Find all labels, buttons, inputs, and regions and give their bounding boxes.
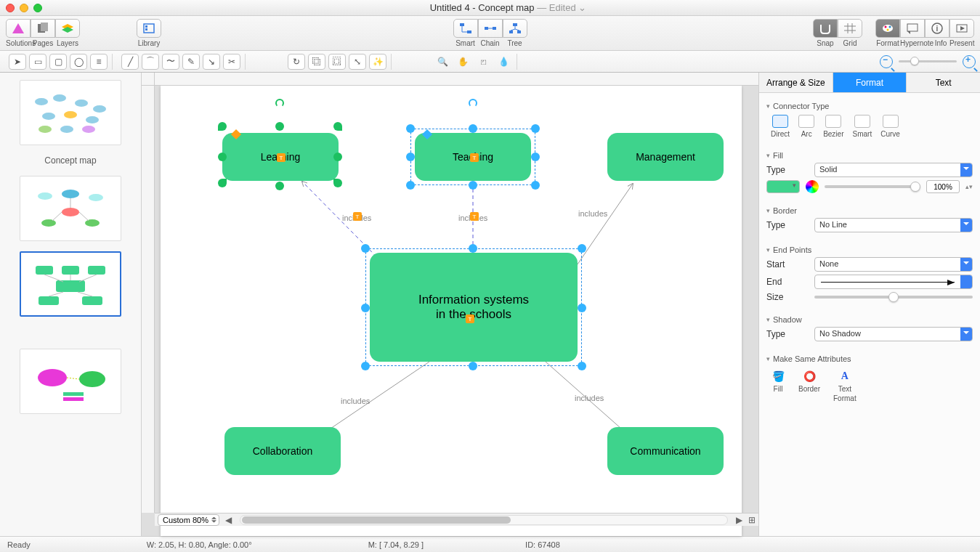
title-dropdown-icon[interactable]: ⌄ (578, 2, 586, 13)
hscroll-track[interactable] (240, 515, 728, 525)
select-tool[interactable]: ➤ (9, 54, 26, 70)
border-type-dropdown[interactable]: No Line (814, 218, 973, 232)
snap-button[interactable] (813, 19, 838, 38)
page-thumb-3[interactable] (20, 251, 121, 317)
resize-handle[interactable] (218, 122, 227, 131)
resize-handle[interactable] (333, 122, 342, 131)
page-thumb-4[interactable] (20, 349, 121, 414)
resize-handle[interactable] (469, 181, 477, 190)
attr-border[interactable]: ⭕Border (798, 369, 820, 402)
canvas-viewport[interactable]: includes T includes T includes includes … (155, 86, 758, 513)
conn-direct[interactable]: Direct (771, 115, 790, 138)
node-management[interactable]: Management (607, 133, 724, 181)
conn-smart[interactable]: Smart (852, 115, 872, 138)
hscroll-thumb[interactable] (242, 516, 511, 524)
resize-handle[interactable] (275, 122, 284, 131)
ruler-horizontal[interactable] (155, 73, 758, 86)
crop-tool[interactable]: ✂ (223, 54, 240, 70)
page-surface[interactable]: includes T includes T includes includes … (161, 86, 742, 536)
eyedropper-tool-icon[interactable]: 💧 (495, 54, 512, 70)
smart-button[interactable] (453, 19, 478, 38)
page-thumb-1[interactable] (20, 80, 121, 145)
text-anchor-icon[interactable]: T (470, 153, 479, 162)
resize-handle[interactable] (361, 362, 370, 370)
magic-tool[interactable]: ✨ (369, 54, 386, 70)
resize-handle[interactable] (578, 304, 586, 312)
page-options-icon[interactable]: ⊞ (745, 514, 758, 526)
zoom-combo[interactable]: Custom 80% (158, 514, 219, 526)
rect-tool[interactable]: ▢ (49, 54, 67, 70)
opacity-slider[interactable] (825, 185, 920, 188)
grid-button[interactable] (838, 19, 862, 38)
text-tool[interactable]: ≡ (90, 54, 108, 70)
spline-tool[interactable]: 〜 (162, 54, 179, 70)
resize-handle[interactable] (333, 179, 342, 187)
resize-handle[interactable] (406, 124, 415, 133)
zoom-in-icon[interactable]: + (963, 55, 976, 68)
resize-handle[interactable] (469, 362, 477, 370)
zoom-slider[interactable] (899, 60, 957, 62)
start-dropdown[interactable]: None (814, 257, 973, 272)
stamp-tool-icon[interactable]: ⏍ (474, 54, 492, 70)
present-button[interactable] (949, 19, 974, 38)
resize-handle[interactable] (406, 181, 415, 190)
group-tool[interactable]: ⿻ (308, 54, 325, 70)
pan-tool-icon[interactable]: ✋ (454, 54, 471, 70)
section-header[interactable]: Make Same Attributes (766, 354, 973, 363)
tab-arrange[interactable]: Arrange & Size (759, 73, 833, 92)
info-button[interactable]: i (925, 19, 949, 38)
line-tool[interactable]: ╱ (121, 54, 139, 70)
section-header[interactable]: Shadow (766, 315, 973, 324)
resize-handle[interactable] (275, 182, 284, 190)
resize-handle[interactable] (578, 244, 586, 253)
text-anchor-icon[interactable]: T (466, 314, 474, 323)
resize-handle[interactable] (578, 362, 586, 370)
library-button[interactable] (137, 19, 161, 38)
edge-anchor-icon[interactable]: T (470, 212, 479, 221)
shadow-type-dropdown[interactable]: No Shadow (814, 327, 973, 341)
next-page-icon[interactable]: ▶ (732, 514, 745, 526)
text-anchor-icon[interactable]: T (277, 153, 286, 162)
resize-handle[interactable] (531, 153, 540, 161)
arc-tool[interactable]: ⌒ (142, 54, 159, 70)
resize-handle[interactable] (333, 153, 342, 161)
tree-button[interactable] (503, 19, 527, 38)
section-header[interactable]: Fill (766, 151, 973, 160)
zoom-out-icon[interactable]: − (880, 55, 893, 68)
prev-page-icon[interactable]: ◀ (222, 514, 235, 526)
fill-type-dropdown[interactable]: Solid (814, 163, 973, 177)
node-collab[interactable]: Collaboration (224, 427, 341, 475)
edge-anchor-icon[interactable]: T (353, 212, 362, 221)
resize-handle[interactable] (361, 244, 370, 253)
chain-button[interactable] (478, 19, 503, 38)
hypernote-button[interactable] (900, 19, 925, 38)
conn-bezier[interactable]: Bezier (823, 115, 843, 138)
resize-handle[interactable] (218, 179, 227, 187)
attr-text-format[interactable]: ATextFormat (833, 369, 857, 402)
color-wheel-icon[interactable] (806, 180, 819, 193)
zoom-tool-icon[interactable]: 🔍 (434, 54, 451, 70)
ruler-vertical[interactable] (142, 86, 155, 513)
rotate-handle-icon[interactable] (469, 99, 477, 107)
fill-color-swatch[interactable] (766, 180, 800, 193)
ungroup-tool[interactable]: ⿴ (328, 54, 346, 70)
section-header[interactable]: Border (766, 206, 973, 215)
resize-handle[interactable] (531, 181, 540, 190)
layers-button[interactable] (55, 19, 80, 38)
ellipse-tool[interactable]: ◯ (70, 54, 87, 70)
pen-tool[interactable]: ✎ (182, 54, 200, 70)
page-thumb-2[interactable] (20, 176, 121, 241)
edit-points-tool[interactable]: ⤡ (349, 54, 366, 70)
opacity-field[interactable]: 100% (926, 180, 960, 193)
close-button[interactable] (6, 4, 15, 12)
resize-handle[interactable] (531, 124, 540, 133)
pages-button[interactable] (31, 19, 55, 38)
tab-format[interactable]: Format (833, 73, 907, 92)
section-header[interactable]: Connector Type (766, 102, 973, 110)
solutions-button[interactable] (6, 19, 31, 38)
rotate-tool[interactable]: ↻ (288, 54, 305, 70)
tab-text[interactable]: Text (907, 73, 980, 92)
resize-handle[interactable] (218, 153, 227, 161)
connector-tool[interactable]: ↘ (203, 54, 220, 70)
section-header[interactable]: End Points (766, 245, 973, 254)
